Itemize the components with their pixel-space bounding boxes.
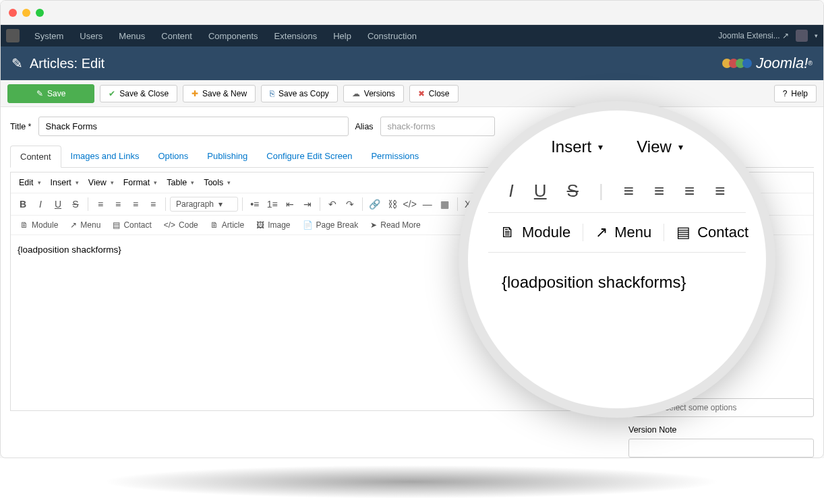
tab-content[interactable]: Content bbox=[10, 146, 61, 168]
align-right-icon[interactable]: ≡ bbox=[127, 196, 144, 212]
page-title: Articles: Edit bbox=[30, 56, 725, 71]
insert-pagebreak-button[interactable]: 📄 Page Break bbox=[297, 218, 364, 232]
page-header: ✎ Articles: Edit Joomla!® bbox=[1, 46, 823, 80]
table-icon[interactable]: ▦ bbox=[437, 196, 453, 212]
align-center-icon[interactable]: ≡ bbox=[110, 196, 126, 212]
mag-align-center-icon: ≡ bbox=[654, 181, 664, 201]
mag-strikethrough-icon: S bbox=[567, 181, 579, 201]
tab-options[interactable]: Options bbox=[148, 146, 198, 167]
insert-module-button[interactable]: 🗎 Module bbox=[15, 218, 63, 232]
bold-icon[interactable]: B bbox=[15, 196, 31, 212]
align-left-icon[interactable]: ≡ bbox=[92, 196, 109, 212]
help-button[interactable]: ?Help bbox=[774, 85, 817, 102]
tab-edit-screen[interactable]: Configure Edit Screen bbox=[257, 146, 361, 167]
versions-button[interactable]: ☁Versions bbox=[343, 85, 404, 102]
insert-readmore-button[interactable]: ➤ Read More bbox=[365, 218, 425, 232]
save-new-button[interactable]: ✚Save & New bbox=[183, 85, 256, 102]
insert-contact-button[interactable]: ▤ Contact bbox=[107, 218, 156, 232]
paragraph-select[interactable]: Paragraph ▾ bbox=[170, 197, 238, 212]
mag-contact-button: ▤ Contact bbox=[664, 224, 761, 241]
outdent-icon[interactable]: ⇤ bbox=[282, 196, 298, 212]
code-icon[interactable]: </> bbox=[402, 196, 418, 212]
save-button[interactable]: ✎Save bbox=[7, 84, 94, 103]
undo-icon[interactable]: ↶ bbox=[324, 196, 341, 212]
mag-menu-button: ↗ Menu bbox=[583, 224, 664, 241]
mag-italic-icon: I bbox=[509, 181, 514, 201]
joomla-icon[interactable] bbox=[6, 29, 20, 42]
unlink-icon[interactable]: ⛓ bbox=[384, 196, 401, 212]
save-copy-button[interactable]: ⎘Save as Copy bbox=[261, 85, 338, 102]
menu-extensions[interactable]: Extensions bbox=[266, 31, 326, 41]
ed-menu-edit[interactable]: Edit bbox=[15, 175, 45, 190]
ed-menu-table[interactable]: Table bbox=[163, 175, 198, 190]
menu-construction[interactable]: Construction bbox=[359, 31, 425, 41]
menu-menus[interactable]: Menus bbox=[111, 31, 153, 41]
align-justify-icon[interactable]: ≡ bbox=[145, 196, 161, 212]
user-icon[interactable] bbox=[796, 30, 808, 42]
alias-label: Alias bbox=[355, 122, 374, 131]
version-note-label: Version Note bbox=[628, 425, 814, 435]
link-icon[interactable]: 🔗 bbox=[367, 196, 383, 212]
ed-menu-view[interactable]: View bbox=[84, 175, 118, 190]
number-list-icon[interactable]: 1≡ bbox=[264, 196, 281, 212]
insert-menu-button[interactable]: ↗ Menu bbox=[65, 218, 106, 232]
mag-insert-menu: Insert bbox=[551, 137, 603, 156]
title-label: Title * bbox=[10, 122, 32, 131]
window-close-icon[interactable] bbox=[9, 9, 17, 17]
menu-components[interactable]: Components bbox=[200, 31, 266, 41]
close-button[interactable]: ✖Close bbox=[409, 85, 459, 102]
mag-module-button: 🗎 Module bbox=[488, 224, 583, 241]
hr-icon[interactable]: — bbox=[419, 196, 436, 212]
underline-icon[interactable]: U bbox=[50, 196, 66, 212]
menu-content[interactable]: Content bbox=[153, 31, 200, 41]
site-link[interactable]: Joomla Extensi... ↗ bbox=[718, 31, 789, 40]
mag-align-left-icon: ≡ bbox=[624, 181, 634, 201]
insert-article-button[interactable]: 🗎 Article bbox=[205, 218, 249, 232]
insert-code-button[interactable]: </> Code bbox=[158, 218, 204, 232]
italic-icon[interactable]: I bbox=[32, 196, 49, 212]
tab-publishing[interactable]: Publishing bbox=[198, 146, 257, 167]
mag-view-menu: View bbox=[637, 137, 683, 156]
menu-users[interactable]: Users bbox=[71, 31, 111, 41]
bullet-list-icon[interactable]: •≡ bbox=[247, 196, 263, 212]
joomla-logo: Joomla!® bbox=[725, 53, 813, 73]
redo-icon[interactable]: ↷ bbox=[342, 196, 358, 212]
save-close-button[interactable]: ✔Save & Close bbox=[100, 85, 177, 102]
version-note-input[interactable] bbox=[628, 439, 814, 458]
mag-align-justify-icon: ≡ bbox=[715, 181, 725, 201]
action-toolbar: ✎Save ✔Save & Close ✚Save & New ⎘Save as… bbox=[1, 80, 823, 107]
alias-input[interactable] bbox=[380, 117, 495, 136]
tab-permissions[interactable]: Permissions bbox=[361, 146, 428, 167]
ed-menu-format[interactable]: Format bbox=[119, 175, 162, 190]
ed-menu-tools[interactable]: Tools bbox=[200, 175, 235, 190]
mag-align-right-icon: ≡ bbox=[684, 181, 695, 201]
menu-help[interactable]: Help bbox=[325, 31, 359, 41]
ed-menu-insert[interactable]: Insert bbox=[47, 175, 83, 190]
admin-menubar: System Users Menus Content Components Ex… bbox=[1, 25, 823, 46]
tab-images-links[interactable]: Images and Links bbox=[61, 146, 149, 167]
title-input[interactable] bbox=[38, 117, 349, 136]
strikethrough-icon[interactable]: S bbox=[67, 196, 84, 212]
mac-titlebar bbox=[1, 1, 823, 25]
mag-content: {loadposition shackforms} bbox=[488, 253, 746, 312]
user-caret-icon[interactable]: ▾ bbox=[815, 32, 818, 39]
magnifier-overlay: Insert View I U S | ≡ ≡ ≡ ≡ 🗎 Module ↗ M… bbox=[459, 101, 775, 418]
insert-image-button[interactable]: 🖼 Image bbox=[251, 218, 295, 232]
window-minimize-icon[interactable] bbox=[22, 9, 30, 17]
mag-sep-icon: | bbox=[599, 181, 604, 201]
menu-system[interactable]: System bbox=[26, 31, 71, 41]
window-zoom-icon[interactable] bbox=[36, 9, 44, 17]
indent-icon[interactable]: ⇥ bbox=[299, 196, 316, 212]
pencil-icon: ✎ bbox=[11, 55, 23, 71]
mag-underline-icon: U bbox=[534, 181, 547, 201]
